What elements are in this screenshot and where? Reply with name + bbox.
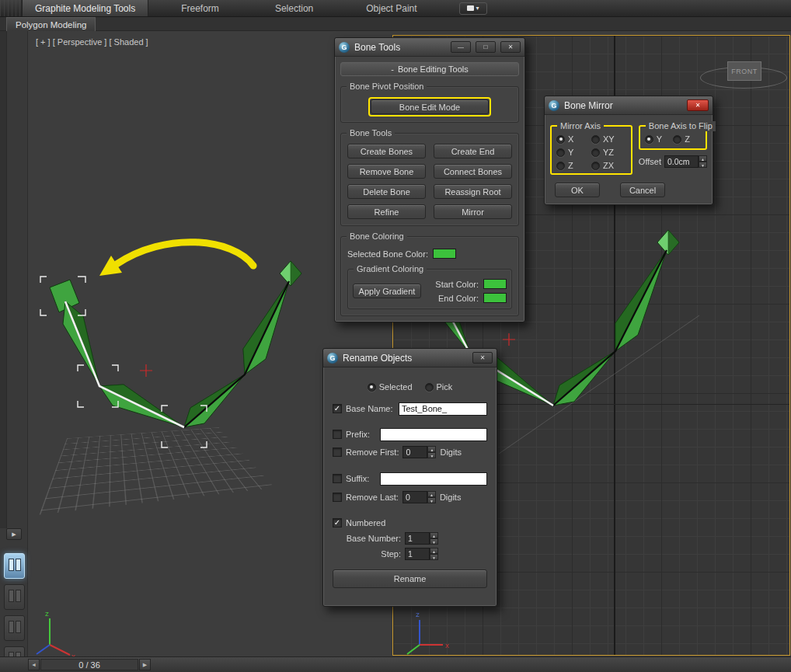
maximize-button[interactable]: □ xyxy=(476,41,496,53)
group-bone-pivot-position: Bone Pivot Position Bone Edit Mode xyxy=(340,86,519,123)
group-bone-tools: Bone Tools Create Bones Create End Remov… xyxy=(340,133,519,226)
spinner-down-icon[interactable]: ▼ xyxy=(427,497,436,503)
end-color-swatch[interactable] xyxy=(483,293,507,303)
create-bones-button[interactable]: Create Bones xyxy=(347,144,426,158)
radio-zx[interactable] xyxy=(591,162,600,170)
rename-objects-dialog: G Rename Objects ✕ Selected Pick ✓ Base … xyxy=(322,348,497,607)
bone-tools-titlebar[interactable]: G Bone Tools — □ ✕ xyxy=(335,38,524,57)
delete-bone-button[interactable]: Delete Bone xyxy=(347,184,426,199)
rename-button[interactable]: Rename xyxy=(333,569,487,588)
base-number-value[interactable]: 1 xyxy=(405,532,430,545)
base-name-input[interactable] xyxy=(399,402,487,416)
mirror-button[interactable]: Mirror xyxy=(434,204,512,219)
tab-selection[interactable]: Selection xyxy=(263,0,326,16)
spinner-up-icon[interactable]: ▲ xyxy=(430,532,438,538)
radio-label: Y xyxy=(657,134,662,144)
tab-polygon-modeling[interactable]: Polygon Modeling xyxy=(6,17,96,31)
radio-label: XY xyxy=(603,134,615,144)
radio-pick[interactable] xyxy=(425,383,434,392)
viewcube-front-face[interactable]: FRONT xyxy=(727,61,761,81)
cancel-button[interactable]: Cancel xyxy=(620,183,665,197)
step-value[interactable]: 1 xyxy=(405,548,430,560)
close-icon[interactable]: ✕ xyxy=(500,41,521,53)
spinner-up-icon[interactable]: ▲ xyxy=(430,548,438,554)
radio-y[interactable] xyxy=(556,148,565,157)
base-name-checkbox[interactable]: ✓ xyxy=(333,404,342,413)
tab-graphite-modeling-tools[interactable]: Graphite Modeling Tools xyxy=(22,0,148,16)
close-icon[interactable]: ✕ xyxy=(472,352,493,364)
bone-mirror-titlebar[interactable]: G Bone Mirror ✕ xyxy=(545,96,713,115)
spinner-up-icon[interactable]: ▲ xyxy=(699,155,707,162)
remove-first-label: Remove First: xyxy=(346,447,399,457)
radio-selected[interactable] xyxy=(368,383,376,392)
ribbon-display-dropdown[interactable]: ▾ xyxy=(459,2,487,15)
suffix-checkbox[interactable] xyxy=(333,474,342,483)
spinner-down-icon[interactable]: ▼ xyxy=(699,162,707,168)
prefix-checkbox[interactable] xyxy=(333,430,342,439)
time-slider[interactable]: 0 / 36 xyxy=(40,659,138,670)
remove-first-checkbox[interactable] xyxy=(333,447,342,457)
spinner-up-icon[interactable]: ▲ xyxy=(427,446,436,452)
spinner-up-icon[interactable]: ▲ xyxy=(427,491,436,497)
close-icon[interactable]: ✕ xyxy=(687,99,709,111)
radio-flip-y[interactable] xyxy=(645,135,653,144)
end-color-label: End Color: xyxy=(438,294,479,303)
remove-last-spinner[interactable]: 0 ▲▼ xyxy=(402,491,436,503)
spinner-down-icon[interactable]: ▼ xyxy=(430,538,438,545)
ok-button[interactable]: OK xyxy=(555,183,600,197)
rollout-bone-editing-tools[interactable]: - Bone Editing Tools xyxy=(340,62,519,76)
bone-mirror-dialog: G Bone Mirror ✕ Mirror Axis X Y Z XY YZ … xyxy=(544,96,713,205)
step-spinner[interactable]: 1 ▲▼ xyxy=(405,548,438,560)
radio-flip-z[interactable] xyxy=(673,135,681,144)
chevron-down-icon: ▾ xyxy=(476,5,479,12)
rename-titlebar[interactable]: G Rename Objects ✕ xyxy=(323,349,497,367)
spinner-down-icon[interactable]: ▼ xyxy=(430,554,438,560)
tab-object-paint[interactable]: Object Paint xyxy=(354,0,429,16)
refine-button[interactable]: Refine xyxy=(347,204,426,219)
radio-yz[interactable] xyxy=(591,148,600,157)
bone-edit-mode-button[interactable]: Bone Edit Mode xyxy=(371,99,489,114)
connect-bones-button[interactable]: Connect Bones xyxy=(434,164,512,179)
start-color-swatch[interactable] xyxy=(483,279,507,289)
remove-last-checkbox[interactable] xyxy=(333,493,342,502)
collapse-icon: - xyxy=(391,64,394,74)
viewport-layout-button-2[interactable] xyxy=(4,584,25,610)
remove-bone-button[interactable]: Remove Bone xyxy=(347,164,426,179)
offset-label: Offset xyxy=(639,157,661,166)
tab-freeform[interactable]: Freeform xyxy=(169,0,232,16)
minimize-button[interactable]: — xyxy=(451,41,471,53)
numbered-checkbox[interactable]: ✓ xyxy=(333,518,342,528)
toolbar-grip[interactable] xyxy=(0,0,22,16)
base-name-label: Base Name: xyxy=(346,404,393,413)
selected-bone-color-swatch[interactable] xyxy=(433,249,456,259)
viewport-label[interactable]: [ + ] [ Perspective ] [ Shaded ] xyxy=(36,37,148,47)
spinner-down-icon[interactable]: ▼ xyxy=(427,452,436,458)
reassign-root-button[interactable]: Reassign Root xyxy=(434,184,512,199)
radio-label: Y xyxy=(568,148,573,157)
group-title: Mirror Axis xyxy=(557,121,604,131)
check-icon: ✓ xyxy=(334,404,340,413)
group-title: Bone Pivot Position xyxy=(347,82,427,92)
expand-panel-button[interactable]: ▶ xyxy=(6,528,22,540)
prefix-input[interactable] xyxy=(380,428,487,441)
remove-last-value[interactable]: 0 xyxy=(402,491,427,503)
apply-gradient-button[interactable]: Apply Gradient xyxy=(353,284,421,298)
viewport-layout-button-1[interactable] xyxy=(4,553,25,579)
suffix-label: Suffix: xyxy=(346,474,369,483)
remove-first-spinner[interactable]: 0 ▲▼ xyxy=(402,446,436,458)
remove-first-value[interactable]: 0 xyxy=(402,446,427,458)
base-number-label: Base Number: xyxy=(333,534,401,543)
radio-z[interactable] xyxy=(556,162,565,170)
offset-spinner[interactable]: 0.0cm ▲▼ xyxy=(664,155,707,168)
bone-tools-dialog: G Bone Tools — □ ✕ - Bone Editing Tools … xyxy=(334,37,525,322)
base-number-spinner[interactable]: 1 ▲▼ xyxy=(405,532,438,545)
group-mirror-axis: Mirror Axis X Y Z XY YZ ZX xyxy=(550,125,632,175)
suffix-input[interactable] xyxy=(380,472,487,486)
previous-frame-button[interactable]: ◄ xyxy=(28,659,40,670)
offset-value[interactable]: 0.0cm xyxy=(664,155,699,168)
radio-x[interactable] xyxy=(556,135,565,144)
create-end-button[interactable]: Create End xyxy=(434,144,512,158)
radio-xy[interactable] xyxy=(591,135,600,144)
next-frame-button[interactable]: ▶ xyxy=(139,659,151,670)
viewport-layout-button-3[interactable] xyxy=(4,615,25,641)
